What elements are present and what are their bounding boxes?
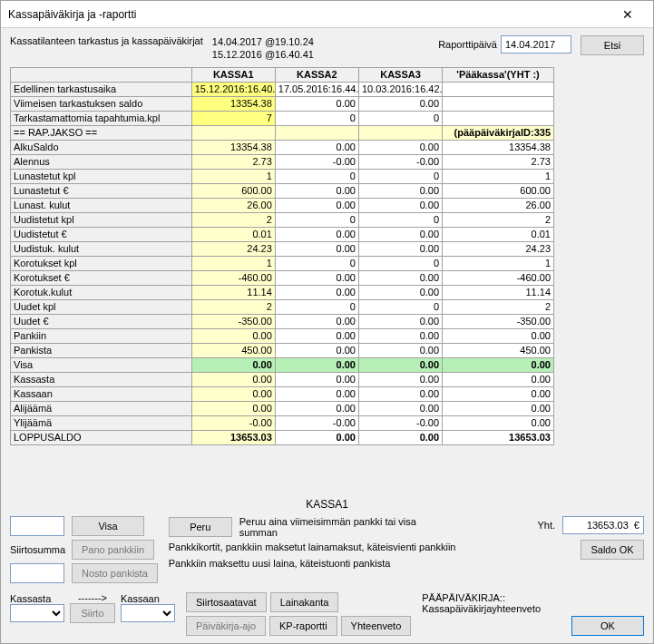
kassaan-select[interactable] — [121, 604, 175, 622]
paivakirja-ajo-button[interactable]: Päiväkirja-ajo — [186, 616, 266, 636]
row-header: AlkuSaldo — [11, 140, 192, 154]
cell — [358, 125, 442, 140]
cell: -460.00 — [443, 270, 554, 285]
raporttipaiva-label: Raporttipäivä — [438, 39, 497, 50]
cell: 13354.38 — [191, 140, 275, 154]
visa-amount-input[interactable] — [10, 516, 64, 536]
kp-raportti-button[interactable]: KP-raportti — [269, 616, 337, 636]
cell: 10.03.2016:16.42. — [358, 82, 442, 96]
cell: 0.00 — [191, 357, 275, 372]
row-header: Uudistuk. kulut — [11, 241, 192, 256]
cell: 0 — [275, 299, 358, 314]
row-header: Uudet € — [11, 314, 192, 328]
cell: 600.00 — [191, 183, 275, 198]
cell: 0.00 — [443, 357, 554, 372]
close-icon[interactable]: ✕ — [610, 2, 646, 27]
siirtosaatavat-button[interactable]: Siirtosaatavat — [186, 592, 267, 612]
cell: -350.00 — [443, 314, 554, 328]
row-header: Visa — [11, 357, 192, 372]
paapaivakirja-title: PÄÄPÄIVÄKIRJA:: — [422, 592, 561, 603]
cell: -0.00 — [358, 154, 442, 169]
row-header: Alijäämä — [11, 401, 192, 415]
check-label: Kassatilanteen tarkastus ja kassapäiväki… — [10, 35, 203, 46]
siirto-button[interactable]: Siirto — [70, 603, 115, 623]
yhteenveto-button[interactable]: Yhteenveto — [341, 616, 412, 636]
cell: 13653.03 — [443, 430, 554, 444]
cell: 0.00 — [443, 372, 554, 386]
cell: 0.00 — [275, 357, 358, 372]
col-header: 'Pääkassa'(YHT :) — [443, 67, 554, 82]
cell: 0 — [358, 169, 442, 183]
cell: 0.00 — [275, 314, 358, 328]
lainakanta-button[interactable]: Lainakanta — [270, 592, 339, 612]
cell: 0.00 — [275, 401, 358, 415]
row-header: Kassaan — [11, 386, 192, 401]
arrow-icon: -------> — [70, 592, 115, 603]
cell: 1 — [191, 169, 275, 183]
cell: -0.00 — [275, 154, 358, 169]
cell: 0.00 — [275, 241, 358, 256]
siirtosumma-label: Siirtosumma — [10, 544, 64, 555]
cell: -460.00 — [191, 270, 275, 285]
cell: 0.00 — [275, 372, 358, 386]
col-header: KASSA2 — [275, 67, 358, 82]
peru-button[interactable]: Peru — [169, 517, 232, 537]
cell: 1 — [443, 169, 554, 183]
kassa-section-title: KASSA1 — [10, 498, 644, 511]
cell: 26.00 — [191, 198, 275, 212]
cell: 450.00 — [191, 343, 275, 357]
nosto-desc: Pankkiin maksettu uusi laina, käteistuon… — [169, 558, 527, 569]
cell: 0 — [358, 212, 442, 227]
row-header: Uudistetut kpl — [11, 212, 192, 227]
row-header: Kassasta — [11, 372, 192, 386]
cell: 26.00 — [443, 198, 554, 212]
cell: 0.00 — [275, 386, 358, 401]
window-title: Kassapäiväkirja ja -raportti — [8, 8, 610, 21]
visa-button[interactable]: Visa — [72, 516, 144, 536]
cell: 13653.03 — [191, 430, 275, 444]
cell: 24.23 — [443, 241, 554, 256]
row-header: Ylijäämä — [11, 415, 192, 430]
row-header: Alennus — [11, 154, 192, 169]
cell: 2 — [191, 212, 275, 227]
raporttipaiva-input[interactable] — [501, 35, 571, 54]
row-header: Edellinen tarkastusaika — [11, 82, 192, 96]
cell: 0 — [358, 256, 442, 270]
cell: 0.00 — [358, 401, 442, 415]
cell: 11.14 — [191, 285, 275, 299]
cell: 0 — [275, 256, 358, 270]
row-header: Korotuk.kulut — [11, 285, 192, 299]
ok-button[interactable]: OK — [571, 616, 644, 636]
titlebar: Kassapäiväkirja ja -raportti ✕ — [1, 1, 653, 28]
row-header: Viimeisen tarkastuksen saldo — [11, 96, 192, 111]
cell: 0.00 — [358, 140, 442, 154]
row-header: Pankista — [11, 343, 192, 357]
kassasta-select[interactable] — [10, 604, 64, 622]
cell — [443, 111, 554, 125]
cell: 0 — [358, 299, 442, 314]
cell: 0.00 — [358, 372, 442, 386]
cell: 0.00 — [358, 357, 442, 372]
cell: 0.00 — [358, 227, 442, 241]
cell: 0.00 — [358, 270, 442, 285]
cell: 0 — [275, 212, 358, 227]
yht-value[interactable] — [562, 516, 644, 534]
saldo-ok-button[interactable]: Saldo OK — [581, 540, 644, 560]
cell: 0.00 — [275, 183, 358, 198]
siirtosumma-input[interactable] — [10, 563, 64, 583]
cell: 1 — [191, 256, 275, 270]
cell: 1 — [443, 256, 554, 270]
cell: 7 — [191, 111, 275, 125]
cell: 0.00 — [358, 343, 442, 357]
nosto-pankista-button[interactable]: Nosto pankista — [72, 563, 158, 583]
row-header: Uudet kpl — [11, 299, 192, 314]
row-header: Pankiin — [11, 328, 192, 343]
cell: 13354.38 — [191, 96, 275, 111]
cell: 0.00 — [358, 430, 442, 444]
pano-pankkiin-button[interactable]: Pano pankkiin — [72, 540, 154, 560]
cell: 0.00 — [275, 96, 358, 111]
cell: 17.05.2016:16.44. — [275, 82, 358, 96]
row-header: Korotukset kpl — [11, 256, 192, 270]
etsi-button[interactable]: Etsi — [581, 35, 644, 55]
cell: 0.00 — [275, 270, 358, 285]
